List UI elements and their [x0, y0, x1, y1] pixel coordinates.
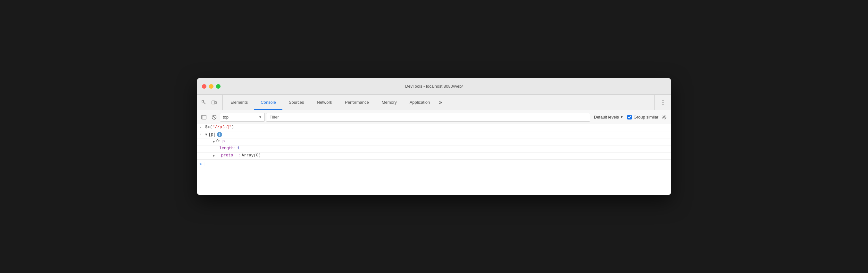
array-label: [p]	[209, 132, 216, 137]
console-settings-icon[interactable]	[660, 113, 669, 122]
tab-network[interactable]: Network	[311, 95, 339, 110]
maximize-button[interactable]	[216, 84, 220, 89]
array-item-0: ▶ 0: p	[197, 138, 671, 145]
group-similar-checkbox[interactable]	[627, 115, 632, 119]
group-similar-option: Group similar	[627, 115, 658, 119]
title-bar: DevTools - localhost:8080/web/	[197, 78, 671, 95]
tab-sources[interactable]: Sources	[282, 95, 311, 110]
console-output: › $x("//p[a]") ‹ ▼ [p] i ▶ 0: p	[197, 124, 671, 195]
svg-rect-0	[212, 101, 215, 104]
svg-line-5	[213, 116, 216, 118]
prop-key: length:	[219, 146, 236, 151]
context-selector[interactable]: top ▼	[220, 113, 265, 122]
console-toolbar: top ▼ Default levels ▼ Group similar	[197, 110, 671, 124]
default-levels-dropdown[interactable]: Default levels ▼	[591, 115, 626, 119]
svg-point-6	[663, 116, 665, 118]
item-value: p	[222, 139, 225, 143]
expand-arrow[interactable]: ▼	[205, 133, 207, 136]
filter-input[interactable]	[266, 113, 590, 122]
input-content: $x("//p[a]")	[205, 125, 669, 130]
toolbar-right: ⋮	[654, 95, 671, 110]
tab-performance[interactable]: Performance	[339, 95, 375, 110]
proto-prefix	[207, 153, 213, 154]
proto-expand-arrow[interactable]: ▶	[213, 154, 215, 158]
input-arrow: ›	[199, 125, 205, 130]
tabs: Elements Console Sources Network Perform…	[224, 95, 654, 110]
proto-value: Array(0)	[242, 153, 261, 158]
prop-value: 1	[238, 146, 240, 151]
device-toolbar-icon[interactable]	[210, 98, 219, 107]
tab-bar: Elements Console Sources Network Perform…	[197, 95, 671, 110]
item-content: ▶ 0: p	[213, 139, 669, 143]
default-levels-arrow: ▼	[620, 115, 623, 119]
more-tabs-button[interactable]: »	[436, 95, 444, 110]
group-similar-label: Group similar	[634, 115, 658, 119]
cursor: |	[204, 162, 207, 166]
code-expression: $x("//p[a]")	[205, 125, 234, 130]
svg-rect-2	[202, 115, 206, 119]
devtools-window: DevTools - localhost:8080/web/ Elements	[197, 78, 671, 195]
item-expand-arrow[interactable]: ▶	[213, 139, 215, 143]
item-key: 0:	[216, 139, 221, 143]
toolbar-icons	[199, 95, 223, 110]
tab-console[interactable]: Console	[254, 95, 282, 110]
tab-elements[interactable]: Elements	[224, 95, 254, 110]
back-arrow: ‹	[199, 132, 205, 136]
traffic-lights	[202, 84, 220, 89]
window-title: DevTools - localhost:8080/web/	[405, 84, 463, 89]
minimize-button[interactable]	[209, 84, 214, 89]
info-badge: i	[217, 132, 222, 137]
prop-content: length: 1	[219, 146, 669, 151]
console-input-cursor-line[interactable]: > |	[197, 160, 671, 168]
proto-item: ▶ __proto__: Array(0)	[197, 153, 671, 160]
prop-prefix	[214, 146, 219, 147]
proto-key: __proto__:	[216, 153, 240, 158]
item-prefix	[207, 139, 213, 140]
tab-application[interactable]: Application	[403, 95, 437, 110]
clear-console-icon[interactable]	[210, 113, 219, 122]
tab-memory[interactable]: Memory	[375, 95, 403, 110]
output-content: ▼ [p] i	[205, 132, 669, 137]
array-length-prop: length: 1	[197, 145, 671, 153]
console-sidebar-icon[interactable]	[199, 113, 208, 122]
proto-content: ▶ __proto__: Array(0)	[213, 153, 669, 158]
close-button[interactable]	[202, 84, 207, 89]
more-options-button[interactable]: ⋮	[658, 98, 668, 107]
console-input-line: › $x("//p[a]")	[197, 124, 671, 131]
cursor-prompt: >	[199, 162, 202, 167]
inspect-element-icon[interactable]	[199, 98, 208, 107]
context-dropdown-arrow: ▼	[259, 115, 262, 119]
console-output-line: ‹ ▼ [p] i	[197, 131, 671, 138]
svg-rect-1	[215, 102, 216, 104]
